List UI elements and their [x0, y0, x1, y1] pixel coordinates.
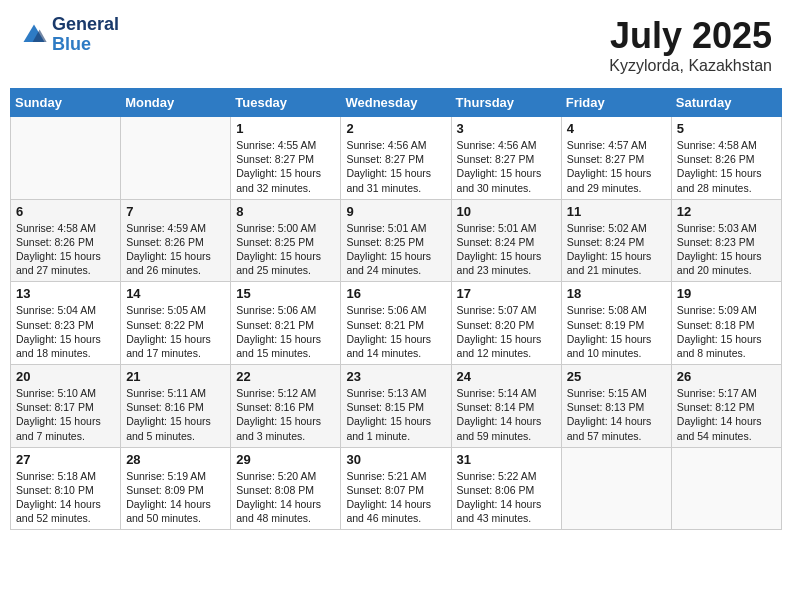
calendar-week-row: 6Sunrise: 4:58 AM Sunset: 8:26 PM Daylig… [11, 199, 782, 282]
day-header-friday: Friday [561, 89, 671, 117]
calendar-cell [561, 447, 671, 530]
location-title: Kyzylorda, Kazakhstan [609, 57, 772, 75]
cell-content: Sunrise: 5:08 AM Sunset: 8:19 PM Dayligh… [567, 303, 666, 360]
day-header-saturday: Saturday [671, 89, 781, 117]
cell-content: Sunrise: 5:01 AM Sunset: 8:24 PM Dayligh… [457, 221, 556, 278]
day-number: 7 [126, 204, 225, 219]
day-number: 5 [677, 121, 776, 136]
logo-icon [20, 21, 48, 49]
cell-content: Sunrise: 5:01 AM Sunset: 8:25 PM Dayligh… [346, 221, 445, 278]
calendar-cell: 10Sunrise: 5:01 AM Sunset: 8:24 PM Dayli… [451, 199, 561, 282]
calendar-cell: 28Sunrise: 5:19 AM Sunset: 8:09 PM Dayli… [121, 447, 231, 530]
cell-content: Sunrise: 5:00 AM Sunset: 8:25 PM Dayligh… [236, 221, 335, 278]
cell-content: Sunrise: 4:57 AM Sunset: 8:27 PM Dayligh… [567, 138, 666, 195]
calendar-cell: 29Sunrise: 5:20 AM Sunset: 8:08 PM Dayli… [231, 447, 341, 530]
day-number: 20 [16, 369, 115, 384]
day-number: 18 [567, 286, 666, 301]
cell-content: Sunrise: 4:56 AM Sunset: 8:27 PM Dayligh… [346, 138, 445, 195]
calendar-cell: 5Sunrise: 4:58 AM Sunset: 8:26 PM Daylig… [671, 117, 781, 200]
calendar-cell: 3Sunrise: 4:56 AM Sunset: 8:27 PM Daylig… [451, 117, 561, 200]
calendar-cell [11, 117, 121, 200]
calendar-cell: 19Sunrise: 5:09 AM Sunset: 8:18 PM Dayli… [671, 282, 781, 365]
cell-content: Sunrise: 5:06 AM Sunset: 8:21 PM Dayligh… [346, 303, 445, 360]
day-number: 27 [16, 452, 115, 467]
cell-content: Sunrise: 5:19 AM Sunset: 8:09 PM Dayligh… [126, 469, 225, 526]
cell-content: Sunrise: 5:17 AM Sunset: 8:12 PM Dayligh… [677, 386, 776, 443]
cell-content: Sunrise: 5:09 AM Sunset: 8:18 PM Dayligh… [677, 303, 776, 360]
calendar-cell: 27Sunrise: 5:18 AM Sunset: 8:10 PM Dayli… [11, 447, 121, 530]
month-title: July 2025 [609, 15, 772, 57]
day-number: 21 [126, 369, 225, 384]
day-number: 19 [677, 286, 776, 301]
calendar-cell: 4Sunrise: 4:57 AM Sunset: 8:27 PM Daylig… [561, 117, 671, 200]
calendar-cell: 13Sunrise: 5:04 AM Sunset: 8:23 PM Dayli… [11, 282, 121, 365]
day-number: 8 [236, 204, 335, 219]
day-header-wednesday: Wednesday [341, 89, 451, 117]
cell-content: Sunrise: 4:55 AM Sunset: 8:27 PM Dayligh… [236, 138, 335, 195]
day-number: 26 [677, 369, 776, 384]
cell-content: Sunrise: 4:59 AM Sunset: 8:26 PM Dayligh… [126, 221, 225, 278]
calendar-cell: 17Sunrise: 5:07 AM Sunset: 8:20 PM Dayli… [451, 282, 561, 365]
day-number: 22 [236, 369, 335, 384]
cell-content: Sunrise: 5:11 AM Sunset: 8:16 PM Dayligh… [126, 386, 225, 443]
day-number: 10 [457, 204, 556, 219]
cell-content: Sunrise: 5:03 AM Sunset: 8:23 PM Dayligh… [677, 221, 776, 278]
cell-content: Sunrise: 5:02 AM Sunset: 8:24 PM Dayligh… [567, 221, 666, 278]
day-header-monday: Monday [121, 89, 231, 117]
calendar-cell [121, 117, 231, 200]
day-number: 16 [346, 286, 445, 301]
cell-content: Sunrise: 5:06 AM Sunset: 8:21 PM Dayligh… [236, 303, 335, 360]
calendar-cell: 7Sunrise: 4:59 AM Sunset: 8:26 PM Daylig… [121, 199, 231, 282]
calendar-cell: 25Sunrise: 5:15 AM Sunset: 8:13 PM Dayli… [561, 365, 671, 448]
logo-text: General Blue [52, 15, 119, 55]
day-number: 30 [346, 452, 445, 467]
calendar-cell: 11Sunrise: 5:02 AM Sunset: 8:24 PM Dayli… [561, 199, 671, 282]
day-number: 28 [126, 452, 225, 467]
day-number: 3 [457, 121, 556, 136]
calendar-week-row: 13Sunrise: 5:04 AM Sunset: 8:23 PM Dayli… [11, 282, 782, 365]
day-header-thursday: Thursday [451, 89, 561, 117]
day-number: 11 [567, 204, 666, 219]
day-number: 25 [567, 369, 666, 384]
cell-content: Sunrise: 5:20 AM Sunset: 8:08 PM Dayligh… [236, 469, 335, 526]
day-number: 2 [346, 121, 445, 136]
calendar-cell: 9Sunrise: 5:01 AM Sunset: 8:25 PM Daylig… [341, 199, 451, 282]
day-number: 9 [346, 204, 445, 219]
day-number: 1 [236, 121, 335, 136]
calendar-table: SundayMondayTuesdayWednesdayThursdayFrid… [10, 88, 782, 530]
day-number: 31 [457, 452, 556, 467]
day-header-sunday: Sunday [11, 89, 121, 117]
cell-content: Sunrise: 5:13 AM Sunset: 8:15 PM Dayligh… [346, 386, 445, 443]
cell-content: Sunrise: 4:58 AM Sunset: 8:26 PM Dayligh… [16, 221, 115, 278]
cell-content: Sunrise: 4:58 AM Sunset: 8:26 PM Dayligh… [677, 138, 776, 195]
calendar-cell: 2Sunrise: 4:56 AM Sunset: 8:27 PM Daylig… [341, 117, 451, 200]
calendar-header-row: SundayMondayTuesdayWednesdayThursdayFrid… [11, 89, 782, 117]
day-header-tuesday: Tuesday [231, 89, 341, 117]
day-number: 24 [457, 369, 556, 384]
day-number: 15 [236, 286, 335, 301]
day-number: 23 [346, 369, 445, 384]
day-number: 4 [567, 121, 666, 136]
calendar-cell: 15Sunrise: 5:06 AM Sunset: 8:21 PM Dayli… [231, 282, 341, 365]
title-block: July 2025 Kyzylorda, Kazakhstan [609, 15, 772, 75]
calendar-cell: 20Sunrise: 5:10 AM Sunset: 8:17 PM Dayli… [11, 365, 121, 448]
day-number: 14 [126, 286, 225, 301]
cell-content: Sunrise: 5:04 AM Sunset: 8:23 PM Dayligh… [16, 303, 115, 360]
calendar-week-row: 1Sunrise: 4:55 AM Sunset: 8:27 PM Daylig… [11, 117, 782, 200]
calendar-cell: 14Sunrise: 5:05 AM Sunset: 8:22 PM Dayli… [121, 282, 231, 365]
calendar-cell [671, 447, 781, 530]
calendar-cell: 12Sunrise: 5:03 AM Sunset: 8:23 PM Dayli… [671, 199, 781, 282]
cell-content: Sunrise: 5:15 AM Sunset: 8:13 PM Dayligh… [567, 386, 666, 443]
day-number: 12 [677, 204, 776, 219]
calendar-cell: 8Sunrise: 5:00 AM Sunset: 8:25 PM Daylig… [231, 199, 341, 282]
calendar-week-row: 27Sunrise: 5:18 AM Sunset: 8:10 PM Dayli… [11, 447, 782, 530]
calendar-cell: 22Sunrise: 5:12 AM Sunset: 8:16 PM Dayli… [231, 365, 341, 448]
calendar-cell: 21Sunrise: 5:11 AM Sunset: 8:16 PM Dayli… [121, 365, 231, 448]
calendar-cell: 6Sunrise: 4:58 AM Sunset: 8:26 PM Daylig… [11, 199, 121, 282]
day-number: 6 [16, 204, 115, 219]
calendar-cell: 26Sunrise: 5:17 AM Sunset: 8:12 PM Dayli… [671, 365, 781, 448]
calendar-cell: 31Sunrise: 5:22 AM Sunset: 8:06 PM Dayli… [451, 447, 561, 530]
cell-content: Sunrise: 5:22 AM Sunset: 8:06 PM Dayligh… [457, 469, 556, 526]
cell-content: Sunrise: 5:14 AM Sunset: 8:14 PM Dayligh… [457, 386, 556, 443]
calendar-cell: 30Sunrise: 5:21 AM Sunset: 8:07 PM Dayli… [341, 447, 451, 530]
